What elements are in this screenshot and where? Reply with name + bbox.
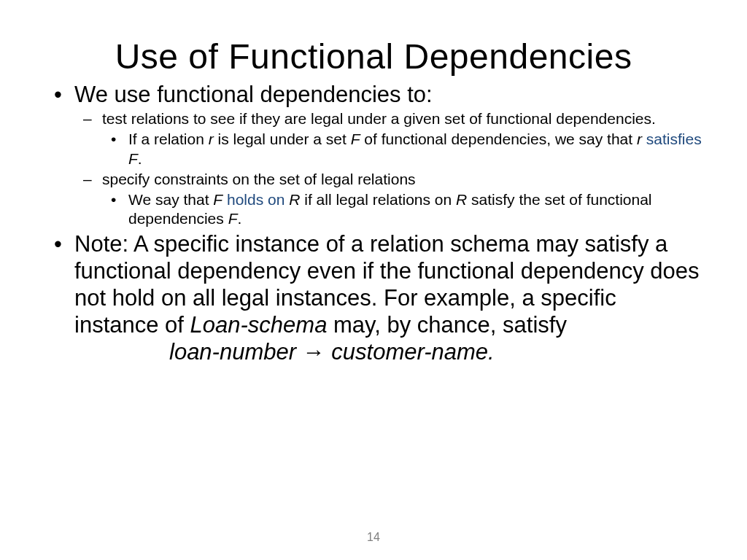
fd-left: loan-number	[169, 339, 296, 365]
bullet-1a: test relations to see if they are legal …	[74, 109, 703, 168]
var-R: R	[289, 191, 300, 208]
t: is legal under a set	[214, 131, 351, 147]
var-F: F	[351, 131, 360, 147]
t: .	[237, 210, 241, 227]
t: We say that	[128, 191, 213, 208]
t: if all legal relations on	[300, 191, 456, 208]
bullet-1b-sublist: We say that F holds on R if all legal re…	[102, 190, 703, 229]
bullet-2: Note: A specific instance of a relation …	[44, 230, 703, 368]
var-F4: F	[228, 210, 238, 227]
note-text-post: may, by chance, satisfy	[327, 312, 567, 338]
bullet-1-sublist: test relations to see if they are legal …	[74, 109, 703, 229]
bullet-1: We use functional dependencies to: test …	[44, 81, 703, 229]
fd-right: customer-name.	[331, 339, 494, 365]
t: of functional dependencies, we say that	[360, 131, 637, 147]
loan-schema: Loan-schema	[190, 312, 328, 338]
bullet-1a-sublist: If a relation r is legal under a set F o…	[102, 130, 703, 168]
page-number: 14	[0, 531, 747, 544]
bullet-1a1: If a relation r is legal under a set F o…	[102, 130, 703, 168]
var-r: r	[209, 131, 214, 147]
fd-expression: loan-number → customer-name.	[169, 338, 703, 367]
var-F3: F	[213, 191, 222, 208]
bullet-1b: specify constraints on the set of legal …	[74, 170, 703, 229]
arrow-icon: →	[296, 339, 331, 365]
kw-holds-on: holds on	[222, 191, 289, 208]
var-r2: r	[637, 131, 642, 147]
var-R2: R	[456, 191, 467, 208]
slide-title: Use of Functional Dependencies	[44, 36, 703, 77]
kw-satisfies: satisfies	[646, 131, 702, 147]
t: If a relation	[128, 131, 209, 147]
t: .	[138, 150, 142, 167]
bullet-1b-text: specify constraints on the set of legal …	[102, 171, 416, 187]
bullet-1b1: We say that F holds on R if all legal re…	[102, 190, 703, 229]
bullet-1-text: We use functional dependencies to:	[74, 82, 433, 107]
bullet-1a-text: test relations to see if they are legal …	[102, 110, 656, 127]
var-F2: F	[128, 150, 138, 167]
bullet-list: We use functional dependencies to: test …	[44, 81, 703, 367]
slide: Use of Functional Dependencies We use fu…	[0, 0, 747, 560]
